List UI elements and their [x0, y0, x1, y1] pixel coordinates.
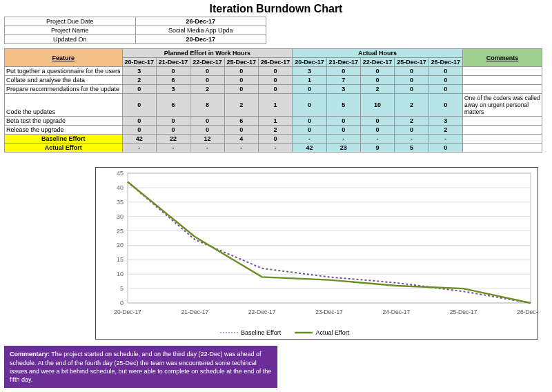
planned-cell: 0: [190, 117, 224, 126]
col-feature: Feature: [5, 49, 123, 67]
planned-cell: 1: [258, 94, 292, 117]
actual-cell: 0: [360, 67, 394, 76]
svg-text:21-Dec-17: 21-Dec-17: [181, 308, 208, 315]
actual-cell: 0: [395, 85, 428, 94]
summary-cell: 23: [326, 144, 360, 153]
planned-cell: 0: [156, 117, 190, 126]
summary-cell: -: [156, 144, 190, 153]
planned-cell: 6: [156, 76, 190, 85]
planned-cell: 0: [224, 76, 258, 85]
actual-cell: 0: [293, 126, 326, 135]
summary-cell: -: [258, 144, 292, 153]
summary-label: Baseline Effort: [5, 135, 123, 144]
actual-cell: 0: [293, 85, 326, 94]
commentary-label: Commentary:: [10, 351, 50, 357]
col-planned: Planned Effort in Work Hours: [122, 49, 293, 58]
summary-cell: -: [326, 135, 360, 144]
svg-text:40: 40: [117, 184, 124, 191]
actual-cell: 0: [360, 126, 394, 135]
actual-cell: 2: [428, 126, 462, 135]
svg-text:5: 5: [120, 285, 124, 292]
summary-cell: 0: [258, 135, 292, 144]
actual-cell: 2: [395, 94, 428, 117]
summary-cell: -: [293, 135, 326, 144]
date-header: 22-Dec-17: [360, 58, 394, 67]
date-header: 21-Dec-17: [326, 58, 360, 67]
planned-cell: 2: [258, 126, 292, 135]
summary-cell: 5: [395, 144, 428, 153]
actual-cell: 0: [428, 94, 462, 117]
planned-cell: 0: [190, 76, 224, 85]
svg-text:25-Dec-17: 25-Dec-17: [450, 308, 477, 315]
comment-cell: [463, 126, 542, 135]
planned-cell: 0: [258, 85, 292, 94]
planned-cell: 0: [258, 76, 292, 85]
planned-cell: 1: [258, 117, 292, 126]
commentary-box: Commentary: The project started on sched…: [4, 346, 277, 388]
summary-label: Actual Effort: [5, 144, 123, 153]
date-header: 20-Dec-17: [293, 58, 326, 67]
meta-due-value: 26-Dec-17: [135, 17, 266, 26]
feature-cell: Put together a questionnaire for the use…: [5, 67, 123, 76]
planned-cell: 0: [190, 126, 224, 135]
actual-cell: 1: [293, 76, 326, 85]
svg-text:10: 10: [117, 271, 124, 277]
actual-cell: 2: [395, 117, 428, 126]
date-header: 25-Dec-17: [224, 58, 258, 67]
actual-cell: 0: [326, 67, 360, 76]
date-header: 26-Dec-17: [258, 58, 292, 67]
burndown-chart: 05101520253035404520-Dec-1721-Dec-1722-D…: [95, 167, 538, 340]
planned-cell: 3: [122, 67, 156, 76]
date-header: 25-Dec-17: [395, 58, 428, 67]
date-header: 26-Dec-17: [428, 58, 462, 67]
actual-cell: 0: [326, 117, 360, 126]
actual-cell: 0: [428, 76, 462, 85]
summary-cell: 22: [156, 135, 190, 144]
planned-cell: 8: [190, 94, 224, 117]
svg-text:15: 15: [117, 256, 124, 263]
svg-text:23-Dec-17: 23-Dec-17: [315, 308, 343, 315]
actual-cell: 0: [293, 94, 326, 117]
summary-cell: -: [224, 144, 258, 153]
feature-cell: Beta test the upgrade: [5, 117, 123, 126]
actual-cell: 0: [428, 67, 462, 76]
comment-cell: [463, 117, 542, 126]
date-header: 20-Dec-17: [122, 58, 156, 67]
page-title: Iteration Burndown Chart: [0, 0, 552, 17]
actual-cell: 0: [395, 67, 428, 76]
planned-cell: 0: [122, 117, 156, 126]
planned-cell: 6: [156, 94, 190, 117]
meta-name-label: Project Name: [5, 26, 136, 35]
meta-due-label: Project Due Date: [5, 17, 136, 26]
svg-text:45: 45: [117, 170, 124, 177]
summary-cell: 42: [293, 144, 326, 153]
actual-cell: 0: [360, 76, 394, 85]
comment-cell: One of the coders was called away on urg…: [463, 94, 542, 117]
actual-cell: 2: [360, 85, 394, 94]
legend-actual: Actual Effort: [315, 329, 349, 336]
svg-text:20-Dec-17: 20-Dec-17: [114, 308, 141, 315]
chart-legend: Baseline Effort Actual Effort: [220, 329, 349, 336]
actual-cell: 3: [293, 67, 326, 76]
summary-cell: -: [428, 135, 462, 144]
actual-cell: 7: [326, 76, 360, 85]
svg-text:20: 20: [117, 242, 124, 248]
planned-cell: 3: [156, 85, 190, 94]
svg-rect-27: [128, 173, 531, 303]
comment-cell: [463, 85, 542, 94]
actual-cell: 0: [395, 76, 428, 85]
planned-cell: 0: [224, 126, 258, 135]
actual-cell: 10: [360, 94, 394, 117]
planned-cell: 0: [156, 126, 190, 135]
actual-cell: 3: [326, 85, 360, 94]
planned-cell: 0: [122, 85, 156, 94]
planned-cell: 0: [122, 126, 156, 135]
summary-cell: 0: [428, 144, 462, 153]
meta-updated-value: 20-Dec-17: [135, 35, 266, 44]
summary-cell: 12: [190, 135, 224, 144]
planned-cell: 0: [122, 94, 156, 117]
planned-cell: 0: [258, 67, 292, 76]
feature-cell: Release the upgrade: [5, 126, 123, 135]
comment-cell: [463, 67, 542, 76]
planned-cell: 2: [122, 76, 156, 85]
